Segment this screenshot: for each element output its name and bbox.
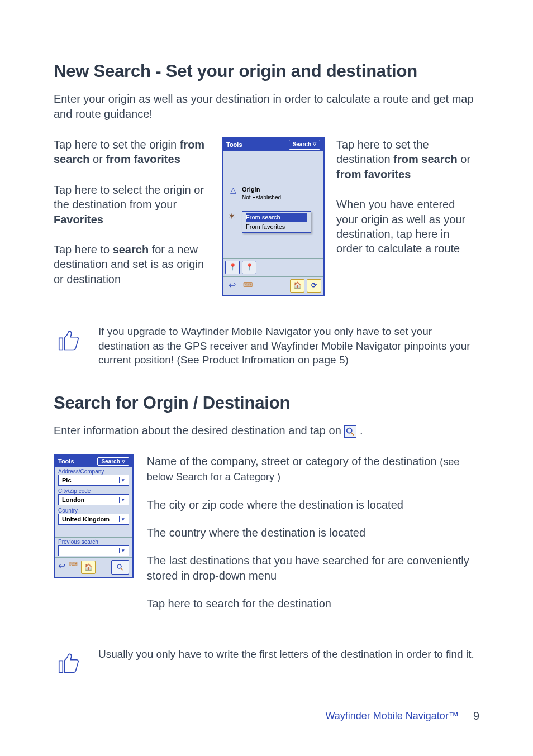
search-button[interactable] [111, 560, 129, 575]
phone2-search-tab[interactable]: Search ▽ [97, 457, 129, 466]
page: New Search - Set your origin and destina… [0, 0, 533, 756]
section1-intro: Enter your origin as well as your destin… [54, 92, 479, 122]
svg-point-2 [117, 564, 121, 568]
popup-from-favorites[interactable]: From favorites [246, 222, 307, 232]
country-value: United Kingdom [62, 516, 110, 523]
magnifier-icon [344, 425, 356, 438]
phone-mock-new-search: Tools Search ▽ △ ✶ Origin Not Establishe… [220, 137, 326, 296]
phone2-search-label: Search [101, 458, 120, 465]
left-a-mid: or [90, 153, 106, 165]
phone2-header: Tools Search ▽ [55, 455, 132, 467]
search-notes: Name of the company, street or category … [147, 454, 479, 624]
left-a-pre: Tap here to set the origin [54, 138, 180, 151]
right-a-b1: from search [393, 153, 458, 165]
note-city: The city or zip code where the destinati… [147, 497, 479, 512]
left-c-pre: Tap here to [54, 243, 113, 256]
origin-label: Origin [242, 185, 320, 194]
section2-intro-line: Enter information about the desired dest… [54, 423, 479, 438]
thumbs-up-icon [54, 647, 83, 676]
note-previous: The last destinations that you have sear… [147, 553, 479, 583]
diagram-left-column: Tap here to set the origin from search o… [54, 137, 210, 302]
home-icon[interactable]: 🏠 [81, 561, 96, 574]
back-arrow-icon[interactable]: ↩ [58, 561, 65, 574]
phone-search-tab[interactable]: Search ▽ [289, 140, 320, 149]
left-b-b: Favorites [54, 213, 103, 226]
magnifier-icon [116, 563, 124, 571]
section2-heading: Search for Orgin / Destinaion [54, 393, 479, 413]
dropdown-icon[interactable]: ▾ [119, 497, 127, 503]
footer-product: Wayfinder Mobile Navigator™ [325, 710, 458, 722]
phone-tools-label[interactable]: Tools [226, 141, 242, 149]
city-zip-label: City/Zip code [55, 487, 132, 494]
dropdown-icon[interactable]: ▾ [119, 477, 127, 483]
footer-page-number: 9 [473, 710, 479, 722]
destination-icon: ✶ [229, 211, 237, 220]
phone-mock-search: Tools Search ▽ Address/Company Pic ▾ Cit… [54, 454, 134, 578]
previous-search-label: Previous search [55, 538, 132, 545]
svg-line-3 [121, 568, 123, 570]
section1-heading: New Search - Set your origin and destina… [54, 61, 479, 82]
city-zip-field[interactable]: London ▾ [58, 494, 129, 505]
calculate-route-button[interactable]: ⟳ [307, 279, 321, 293]
thumbs-up-icon [54, 324, 83, 353]
pin-icon[interactable]: 📍 [225, 261, 240, 274]
chevron-down-icon: ▽ [313, 142, 316, 148]
tip-2-text: Usually you only have to write the first… [98, 647, 474, 662]
page-footer: Wayfinder Mobile Navigator™ 9 [0, 710, 533, 722]
search-diagram: Tools Search ▽ Address/Company Pic ▾ Cit… [54, 454, 479, 624]
chevron-down-icon: ▽ [122, 459, 125, 464]
right-b: When you have entered your origin as wel… [336, 197, 476, 256]
popup-from-search[interactable]: From search [246, 213, 307, 222]
left-c-b: search [113, 243, 149, 256]
section2-intro-post: . [360, 424, 363, 437]
phone-search-label: Search [293, 141, 311, 148]
tip-block-2: Usually you only have to write the first… [54, 647, 479, 676]
section2-intro: Enter information about the desired dest… [54, 424, 344, 437]
keyboard-icon[interactable]: ⌨ [241, 279, 254, 291]
note-country: The country where the destination is loc… [147, 525, 479, 540]
country-field[interactable]: United Kingdom ▾ [58, 514, 129, 525]
svg-line-1 [351, 433, 354, 436]
address-company-label: Address/Company [55, 467, 132, 475]
note-address-main: Name of the company, street or category … [147, 455, 440, 467]
origin-triangle-icon: △ [229, 185, 237, 194]
right-a-b2: from favorites [336, 168, 411, 180]
phone-body: △ ✶ Origin Not Established From search F… [223, 151, 323, 258]
phone2-footer: ↩ ⌨ 🏠 [55, 557, 132, 577]
back-arrow-icon[interactable]: ↩ [225, 279, 239, 291]
dropdown-icon[interactable]: ▾ [119, 548, 127, 553]
origin-sublabel: Not Established [242, 194, 320, 201]
left-b-pre: Tap here to select the origin or the des… [54, 184, 204, 210]
city-zip-value: London [62, 496, 84, 503]
pin-alt-icon[interactable]: 📍 [242, 261, 256, 274]
dropdown-icon[interactable]: ▾ [119, 516, 127, 522]
keyboard-icon[interactable]: ⌨ [69, 561, 78, 574]
origin-destination-diagram: Tap here to set the origin from search o… [54, 137, 479, 302]
phone-header: Tools Search ▽ [223, 138, 323, 151]
tip-1-text: If you upgrade to Wayfinder Mobile Navig… [98, 324, 479, 367]
left-a-b2: from favorites [106, 153, 180, 165]
note-search: Tap here to search for the destination [147, 596, 479, 611]
address-company-field[interactable]: Pic ▾ [58, 475, 129, 486]
svg-point-0 [347, 428, 352, 433]
home-icon[interactable]: 🏠 [290, 279, 304, 293]
right-a-mid: or [458, 153, 470, 165]
diagram-right-column: Tap here to set the destination from sea… [336, 137, 476, 272]
origin-popup-menu: From search From favorites [242, 211, 311, 233]
previous-search-field[interactable]: ▾ [58, 545, 129, 556]
address-company-value: Pic [62, 477, 72, 484]
phone-toolbar-row2: ↩ ⌨ 🏠 ⟳ [223, 276, 323, 295]
phone2-tools-label[interactable]: Tools [58, 458, 74, 465]
tip-block-1: If you upgrade to Wayfinder Mobile Navig… [54, 324, 479, 367]
phone-toolbar-row1: 📍 📍 [223, 258, 323, 276]
country-label: Country [55, 506, 132, 514]
